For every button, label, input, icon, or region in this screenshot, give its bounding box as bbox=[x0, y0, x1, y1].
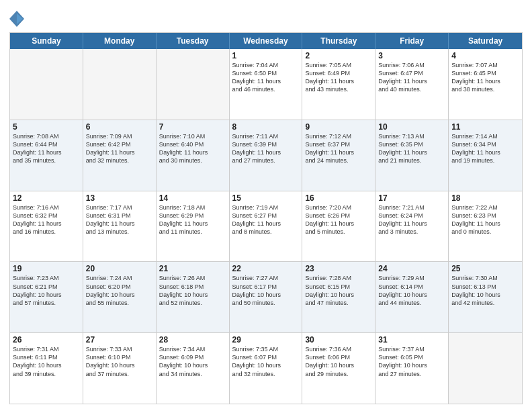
logo-icon bbox=[9, 9, 24, 28]
day-cell-29: 29Sunrise: 7:35 AM Sunset: 6:07 PM Dayli… bbox=[230, 333, 303, 404]
day-info: Sunrise: 7:04 AM Sunset: 6:50 PM Dayligh… bbox=[232, 61, 300, 94]
day-cell-19: 19Sunrise: 7:23 AM Sunset: 6:21 PM Dayli… bbox=[10, 262, 83, 332]
page-header bbox=[9, 7, 523, 28]
day-number: 20 bbox=[86, 264, 153, 273]
day-cell-21: 21Sunrise: 7:26 AM Sunset: 6:18 PM Dayli… bbox=[157, 262, 230, 332]
day-number: 12 bbox=[13, 193, 80, 203]
day-info: Sunrise: 7:11 AM Sunset: 6:39 PM Dayligh… bbox=[232, 132, 300, 165]
day-cell-12: 12Sunrise: 7:16 AM Sunset: 6:32 PM Dayli… bbox=[10, 191, 83, 262]
day-number: 14 bbox=[159, 193, 226, 203]
calendar-row-2: 12Sunrise: 7:16 AM Sunset: 6:32 PM Dayli… bbox=[10, 191, 522, 262]
day-info: Sunrise: 7:29 AM Sunset: 6:14 PM Dayligh… bbox=[378, 274, 445, 307]
day-cell-14: 14Sunrise: 7:18 AM Sunset: 6:29 PM Dayli… bbox=[157, 191, 230, 262]
day-number: 27 bbox=[86, 335, 153, 345]
day-number: 29 bbox=[232, 335, 300, 345]
day-cell-2: 2Sunrise: 7:05 AM Sunset: 6:49 PM Daylig… bbox=[302, 49, 375, 120]
day-number: 9 bbox=[305, 122, 372, 132]
day-info: Sunrise: 7:23 AM Sunset: 6:21 PM Dayligh… bbox=[13, 274, 80, 307]
day-info: Sunrise: 7:17 AM Sunset: 6:31 PM Dayligh… bbox=[86, 203, 153, 236]
day-cell-6: 6Sunrise: 7:09 AM Sunset: 6:42 PM Daylig… bbox=[83, 120, 157, 191]
day-number: 28 bbox=[159, 335, 226, 345]
day-info: Sunrise: 7:08 AM Sunset: 6:44 PM Dayligh… bbox=[13, 132, 80, 165]
day-info: Sunrise: 7:22 AM Sunset: 6:23 PM Dayligh… bbox=[451, 203, 519, 236]
day-number: 21 bbox=[159, 264, 226, 273]
day-cell-24: 24Sunrise: 7:29 AM Sunset: 6:14 PM Dayli… bbox=[375, 262, 449, 332]
day-number: 15 bbox=[232, 193, 300, 203]
weekday-header-sunday: Sunday bbox=[10, 33, 83, 49]
day-cell-10: 10Sunrise: 7:13 AM Sunset: 6:35 PM Dayli… bbox=[375, 120, 449, 191]
page-container: SundayMondayTuesdayWednesdayThursdayFrid… bbox=[0, 0, 532, 411]
day-info: Sunrise: 7:28 AM Sunset: 6:15 PM Dayligh… bbox=[305, 274, 372, 307]
day-cell-25: 25Sunrise: 7:30 AM Sunset: 6:13 PM Dayli… bbox=[449, 262, 522, 332]
day-info: Sunrise: 7:09 AM Sunset: 6:42 PM Dayligh… bbox=[86, 132, 153, 165]
day-number: 24 bbox=[378, 264, 445, 273]
day-info: Sunrise: 7:21 AM Sunset: 6:24 PM Dayligh… bbox=[378, 203, 445, 236]
calendar-body: 1Sunrise: 7:04 AM Sunset: 6:50 PM Daylig… bbox=[10, 49, 522, 404]
day-info: Sunrise: 7:12 AM Sunset: 6:37 PM Dayligh… bbox=[305, 132, 372, 165]
day-number: 8 bbox=[232, 122, 300, 132]
day-info: Sunrise: 7:24 AM Sunset: 6:20 PM Dayligh… bbox=[86, 274, 153, 307]
calendar-row-1: 5Sunrise: 7:08 AM Sunset: 6:44 PM Daylig… bbox=[10, 120, 522, 191]
weekday-header-friday: Friday bbox=[375, 33, 449, 49]
day-info: Sunrise: 7:20 AM Sunset: 6:26 PM Dayligh… bbox=[305, 203, 372, 236]
calendar-row-3: 19Sunrise: 7:23 AM Sunset: 6:21 PM Dayli… bbox=[10, 261, 522, 332]
day-info: Sunrise: 7:36 AM Sunset: 6:06 PM Dayligh… bbox=[305, 345, 372, 378]
day-number: 1 bbox=[232, 51, 300, 60]
day-info: Sunrise: 7:30 AM Sunset: 6:13 PM Dayligh… bbox=[451, 274, 519, 307]
day-cell-1: 1Sunrise: 7:04 AM Sunset: 6:50 PM Daylig… bbox=[230, 49, 303, 120]
empty-cell-r0c0 bbox=[10, 49, 83, 120]
day-info: Sunrise: 7:14 AM Sunset: 6:34 PM Dayligh… bbox=[451, 132, 519, 165]
day-number: 19 bbox=[13, 264, 80, 273]
day-info: Sunrise: 7:05 AM Sunset: 6:49 PM Dayligh… bbox=[305, 61, 372, 94]
day-cell-15: 15Sunrise: 7:19 AM Sunset: 6:27 PM Dayli… bbox=[230, 191, 303, 262]
day-cell-20: 20Sunrise: 7:24 AM Sunset: 6:20 PM Dayli… bbox=[83, 262, 157, 332]
day-number: 31 bbox=[378, 335, 445, 345]
weekday-header-saturday: Saturday bbox=[449, 33, 522, 49]
day-cell-3: 3Sunrise: 7:06 AM Sunset: 6:47 PM Daylig… bbox=[375, 49, 449, 120]
weekday-header-monday: Monday bbox=[83, 33, 157, 49]
logo bbox=[9, 9, 26, 28]
day-info: Sunrise: 7:10 AM Sunset: 6:40 PM Dayligh… bbox=[159, 132, 226, 165]
day-cell-4: 4Sunrise: 7:07 AM Sunset: 6:45 PM Daylig… bbox=[449, 49, 522, 120]
day-number: 23 bbox=[305, 264, 372, 273]
day-number: 13 bbox=[86, 193, 153, 203]
day-info: Sunrise: 7:19 AM Sunset: 6:27 PM Dayligh… bbox=[232, 203, 300, 236]
day-number: 18 bbox=[451, 193, 519, 203]
day-cell-18: 18Sunrise: 7:22 AM Sunset: 6:23 PM Dayli… bbox=[449, 191, 522, 262]
day-info: Sunrise: 7:07 AM Sunset: 6:45 PM Dayligh… bbox=[451, 61, 519, 94]
day-number: 11 bbox=[451, 122, 519, 132]
empty-cell-r4c6 bbox=[449, 333, 522, 404]
day-cell-31: 31Sunrise: 7:37 AM Sunset: 6:05 PM Dayli… bbox=[375, 333, 449, 404]
day-cell-30: 30Sunrise: 7:36 AM Sunset: 6:06 PM Dayli… bbox=[302, 333, 375, 404]
day-number: 22 bbox=[232, 264, 300, 273]
day-info: Sunrise: 7:35 AM Sunset: 6:07 PM Dayligh… bbox=[232, 345, 300, 378]
day-cell-16: 16Sunrise: 7:20 AM Sunset: 6:26 PM Dayli… bbox=[302, 191, 375, 262]
day-number: 10 bbox=[378, 122, 445, 132]
weekday-header-wednesday: Wednesday bbox=[230, 33, 303, 49]
day-cell-11: 11Sunrise: 7:14 AM Sunset: 6:34 PM Dayli… bbox=[449, 120, 522, 191]
calendar: SundayMondayTuesdayWednesdayThursdayFrid… bbox=[9, 32, 523, 404]
day-info: Sunrise: 7:34 AM Sunset: 6:09 PM Dayligh… bbox=[159, 345, 226, 378]
day-number: 16 bbox=[305, 193, 372, 203]
day-number: 5 bbox=[13, 122, 80, 132]
day-info: Sunrise: 7:06 AM Sunset: 6:47 PM Dayligh… bbox=[378, 61, 445, 94]
empty-cell-r0c1 bbox=[83, 49, 157, 120]
weekday-header-thursday: Thursday bbox=[302, 33, 375, 49]
weekday-header-tuesday: Tuesday bbox=[157, 33, 230, 49]
day-cell-7: 7Sunrise: 7:10 AM Sunset: 6:40 PM Daylig… bbox=[157, 120, 230, 191]
day-number: 25 bbox=[451, 264, 519, 273]
day-number: 4 bbox=[451, 51, 519, 60]
calendar-row-4: 26Sunrise: 7:31 AM Sunset: 6:11 PM Dayli… bbox=[10, 332, 522, 404]
day-cell-13: 13Sunrise: 7:17 AM Sunset: 6:31 PM Dayli… bbox=[83, 191, 157, 262]
day-cell-26: 26Sunrise: 7:31 AM Sunset: 6:11 PM Dayli… bbox=[10, 333, 83, 404]
calendar-row-0: 1Sunrise: 7:04 AM Sunset: 6:50 PM Daylig… bbox=[10, 49, 522, 120]
empty-cell-r0c2 bbox=[157, 49, 230, 120]
day-number: 7 bbox=[159, 122, 226, 132]
day-info: Sunrise: 7:27 AM Sunset: 6:17 PM Dayligh… bbox=[232, 274, 300, 307]
day-info: Sunrise: 7:18 AM Sunset: 6:29 PM Dayligh… bbox=[159, 203, 226, 236]
day-cell-17: 17Sunrise: 7:21 AM Sunset: 6:24 PM Dayli… bbox=[375, 191, 449, 262]
day-cell-8: 8Sunrise: 7:11 AM Sunset: 6:39 PM Daylig… bbox=[230, 120, 303, 191]
day-info: Sunrise: 7:31 AM Sunset: 6:11 PM Dayligh… bbox=[13, 345, 80, 378]
day-info: Sunrise: 7:13 AM Sunset: 6:35 PM Dayligh… bbox=[378, 132, 445, 165]
day-cell-27: 27Sunrise: 7:33 AM Sunset: 6:10 PM Dayli… bbox=[83, 333, 157, 404]
